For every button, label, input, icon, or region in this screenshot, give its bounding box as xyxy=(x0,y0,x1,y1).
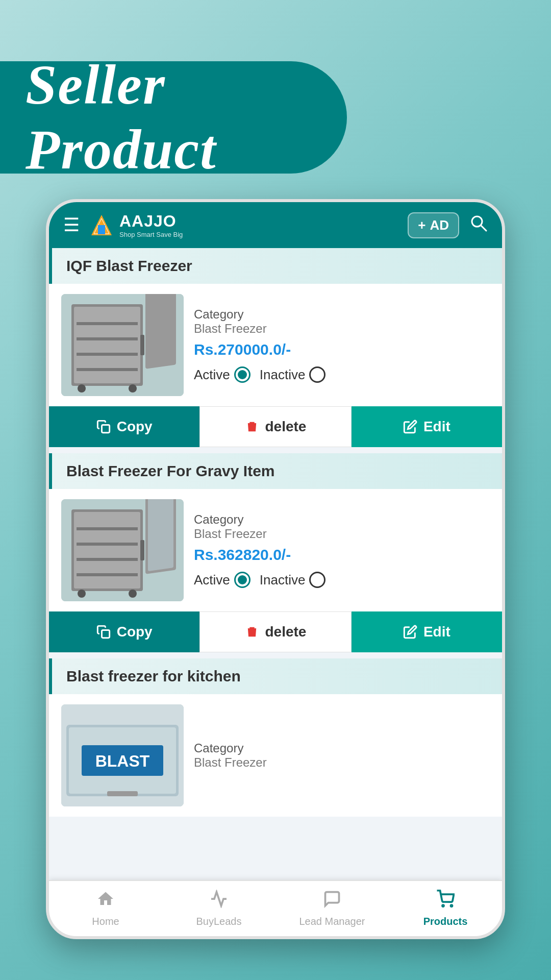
copy-label: Copy xyxy=(117,624,153,640)
app-header: ☰ AAJJO Shop Smart Save Big + AD xyxy=(49,202,502,248)
edit-button[interactable]: Edit xyxy=(352,611,502,652)
nav-item-lead-manager[interactable]: Lead Manager xyxy=(276,885,389,933)
header-actions: + AD xyxy=(408,212,488,238)
product-card: Blast Freezer For Gravy Item xyxy=(49,453,502,652)
edit-label: Edit xyxy=(423,624,450,640)
home-icon xyxy=(96,890,115,913)
search-icon[interactable] xyxy=(469,214,488,236)
product-body: Category Blast Freezer Rs.362820.0/- Act… xyxy=(49,489,502,611)
svg-rect-8 xyxy=(145,294,176,369)
product-info: Category Blast Freezer Rs.362820.0/- Act… xyxy=(194,499,490,601)
plus-icon: + xyxy=(418,217,425,233)
svg-rect-9 xyxy=(77,322,138,325)
product-title-bar: Blast Freezer For Gravy Item xyxy=(49,453,502,489)
product-title: IQF Blast Freezer xyxy=(66,257,192,274)
logo-tagline: Shop Smart Save Big xyxy=(119,231,183,238)
delete-label: delete xyxy=(265,624,307,640)
home-label: Home xyxy=(92,916,119,927)
product-body: BLAST Category Blast Freezer xyxy=(49,694,502,817)
product-image xyxy=(61,294,184,396)
product-info: Category Blast Freezer Rs.270000.0/- Act… xyxy=(194,294,490,396)
svg-point-15 xyxy=(129,384,137,393)
products-icon xyxy=(436,890,455,913)
category-section: Category Blast Freezer xyxy=(194,512,490,541)
inactive-option[interactable]: Inactive xyxy=(260,572,326,588)
logo-text-block: AAJJO Shop Smart Save Big xyxy=(119,212,183,238)
nav-item-home[interactable]: Home xyxy=(49,885,162,933)
nav-item-products[interactable]: Products xyxy=(389,885,502,933)
svg-rect-25 xyxy=(140,540,144,560)
delete-label: delete xyxy=(265,419,307,435)
inactive-option[interactable]: Inactive xyxy=(260,366,326,383)
svg-rect-2 xyxy=(98,225,105,234)
product-info: Category Blast Freezer xyxy=(194,704,490,806)
lead-manager-label: Lead Manager xyxy=(299,916,365,927)
action-buttons: Copy delete Edit xyxy=(49,611,502,652)
status-radio-group: Active Inactive xyxy=(194,366,490,383)
product-title: Blast Freezer For Gravy Item xyxy=(66,462,275,479)
svg-point-26 xyxy=(78,590,86,598)
svg-rect-11 xyxy=(77,353,138,356)
buyleads-icon xyxy=(210,890,228,913)
nav-item-buyleads[interactable]: BuyLeads xyxy=(162,885,276,933)
copy-label: Copy xyxy=(117,419,153,435)
svg-rect-24 xyxy=(77,573,138,576)
product-title: Blast freezer for kitchen xyxy=(66,668,241,684)
product-card: Blast freezer for kitchen BLAST xyxy=(49,658,502,817)
svg-rect-28 xyxy=(148,499,173,571)
svg-rect-23 xyxy=(77,558,138,561)
ad-label: AD xyxy=(430,217,449,233)
category-value: Blast Freezer xyxy=(194,755,490,770)
category-section: Category Blast Freezer xyxy=(194,307,490,336)
content-area: IQF Blast Freezer xyxy=(49,248,502,880)
banner: Seller Product xyxy=(0,61,347,174)
menu-icon[interactable]: ☰ xyxy=(63,214,80,236)
inactive-label: Inactive xyxy=(260,367,306,383)
active-radio[interactable] xyxy=(234,366,251,383)
logo-text: AAJJO xyxy=(119,212,183,231)
product-title-bar: IQF Blast Freezer xyxy=(49,248,502,284)
svg-rect-7 xyxy=(74,307,140,383)
category-value: Blast Freezer xyxy=(194,527,490,541)
category-label: Category xyxy=(194,512,490,527)
inactive-radio[interactable] xyxy=(309,572,325,588)
active-option[interactable]: Active xyxy=(194,572,251,588)
banner-title: Seller Product xyxy=(26,53,347,182)
svg-line-4 xyxy=(481,226,486,231)
svg-rect-13 xyxy=(140,335,144,355)
inactive-label: Inactive xyxy=(260,572,306,588)
active-radio[interactable] xyxy=(234,572,251,588)
copy-button[interactable]: Copy xyxy=(49,406,199,447)
product-body: Category Blast Freezer Rs.270000.0/- Act… xyxy=(49,284,502,406)
edit-button[interactable]: Edit xyxy=(352,406,502,447)
category-label: Category xyxy=(194,741,490,755)
svg-point-14 xyxy=(78,384,86,393)
inactive-radio[interactable] xyxy=(309,366,325,383)
product-title-bar: Blast freezer for kitchen xyxy=(49,658,502,694)
status-radio-group: Active Inactive xyxy=(194,572,490,588)
product-price: Rs.270000.0/- xyxy=(194,341,490,358)
phone-frame: ☰ AAJJO Shop Smart Save Big + AD xyxy=(46,199,505,939)
active-label: Active xyxy=(194,572,230,588)
active-option[interactable]: Active xyxy=(194,366,251,383)
add-ad-button[interactable]: + AD xyxy=(408,212,459,238)
svg-rect-16 xyxy=(102,425,109,433)
product-image xyxy=(61,499,184,601)
lead-manager-icon xyxy=(323,890,341,913)
active-label: Active xyxy=(194,367,230,383)
logo: AAJJO Shop Smart Save Big xyxy=(89,212,408,238)
copy-button[interactable]: Copy xyxy=(49,611,199,652)
category-label: Category xyxy=(194,307,490,322)
category-section: Category Blast Freezer xyxy=(194,741,490,770)
svg-rect-35 xyxy=(107,791,138,796)
delete-button[interactable]: delete xyxy=(199,611,351,652)
svg-point-37 xyxy=(451,905,453,906)
buyleads-label: BuyLeads xyxy=(196,916,242,927)
category-value: Blast Freezer xyxy=(194,322,490,336)
delete-button[interactable]: delete xyxy=(199,406,351,447)
product-image: BLAST xyxy=(61,704,184,806)
svg-rect-12 xyxy=(77,368,138,371)
svg-rect-10 xyxy=(77,337,138,340)
svg-rect-21 xyxy=(77,527,138,530)
svg-rect-29 xyxy=(102,630,109,638)
